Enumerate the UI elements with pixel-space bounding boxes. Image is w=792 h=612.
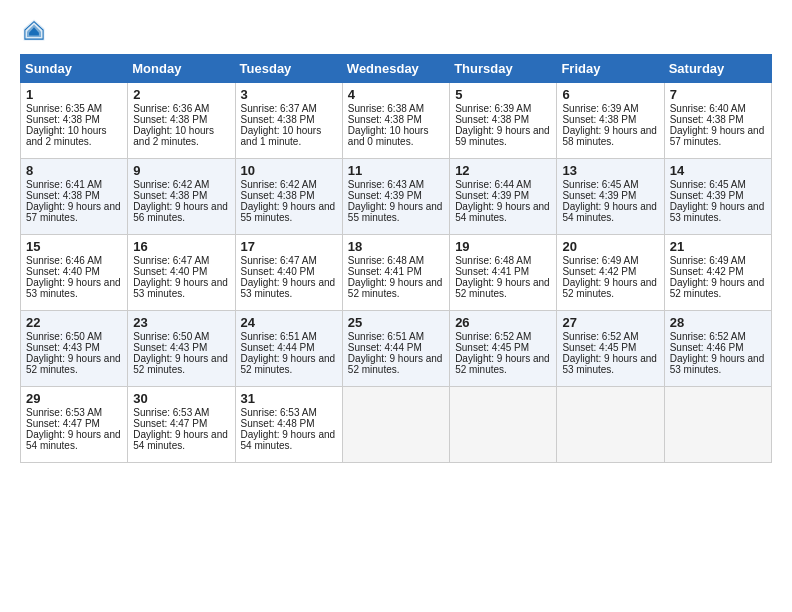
daylight: Daylight: 9 hours and 52 minutes. [348, 353, 443, 375]
daylight: Daylight: 9 hours and 54 minutes. [26, 429, 121, 451]
sunrise: Sunrise: 6:40 AM [670, 103, 746, 114]
sunset: Sunset: 4:45 PM [562, 342, 636, 353]
daylight: Daylight: 9 hours and 52 minutes. [455, 277, 550, 299]
sunset: Sunset: 4:38 PM [26, 190, 100, 201]
day-number: 1 [26, 87, 123, 102]
sunset: Sunset: 4:41 PM [455, 266, 529, 277]
day-number: 13 [562, 163, 659, 178]
sunrise: Sunrise: 6:44 AM [455, 179, 531, 190]
day-cell: 12Sunrise: 6:44 AMSunset: 4:39 PMDayligh… [450, 159, 557, 235]
daylight: Daylight: 9 hours and 52 minutes. [133, 353, 228, 375]
sunrise: Sunrise: 6:39 AM [455, 103, 531, 114]
day-cell: 21Sunrise: 6:49 AMSunset: 4:42 PMDayligh… [664, 235, 771, 311]
sunset: Sunset: 4:42 PM [670, 266, 744, 277]
week-row-2: 8Sunrise: 6:41 AMSunset: 4:38 PMDaylight… [21, 159, 772, 235]
daylight: Daylight: 9 hours and 54 minutes. [241, 429, 336, 451]
header-friday: Friday [557, 55, 664, 83]
sunrise: Sunrise: 6:36 AM [133, 103, 209, 114]
sunrise: Sunrise: 6:51 AM [348, 331, 424, 342]
day-number: 25 [348, 315, 445, 330]
day-cell: 10Sunrise: 6:42 AMSunset: 4:38 PMDayligh… [235, 159, 342, 235]
daylight: Daylight: 9 hours and 52 minutes. [670, 277, 765, 299]
day-cell: 27Sunrise: 6:52 AMSunset: 4:45 PMDayligh… [557, 311, 664, 387]
day-cell: 13Sunrise: 6:45 AMSunset: 4:39 PMDayligh… [557, 159, 664, 235]
day-cell: 3Sunrise: 6:37 AMSunset: 4:38 PMDaylight… [235, 83, 342, 159]
daylight: Daylight: 10 hours and 0 minutes. [348, 125, 429, 147]
day-cell: 19Sunrise: 6:48 AMSunset: 4:41 PMDayligh… [450, 235, 557, 311]
sunrise: Sunrise: 6:37 AM [241, 103, 317, 114]
day-number: 23 [133, 315, 230, 330]
day-cell: 16Sunrise: 6:47 AMSunset: 4:40 PMDayligh… [128, 235, 235, 311]
logo [20, 16, 52, 44]
day-cell: 18Sunrise: 6:48 AMSunset: 4:41 PMDayligh… [342, 235, 449, 311]
day-cell [450, 387, 557, 463]
day-number: 19 [455, 239, 552, 254]
day-cell: 15Sunrise: 6:46 AMSunset: 4:40 PMDayligh… [21, 235, 128, 311]
day-number: 18 [348, 239, 445, 254]
daylight: Daylight: 9 hours and 53 minutes. [241, 277, 336, 299]
day-cell: 31Sunrise: 6:53 AMSunset: 4:48 PMDayligh… [235, 387, 342, 463]
sunset: Sunset: 4:38 PM [133, 190, 207, 201]
day-cell: 6Sunrise: 6:39 AMSunset: 4:38 PMDaylight… [557, 83, 664, 159]
day-number: 17 [241, 239, 338, 254]
day-number: 28 [670, 315, 767, 330]
sunrise: Sunrise: 6:53 AM [241, 407, 317, 418]
header-row: SundayMondayTuesdayWednesdayThursdayFrid… [21, 55, 772, 83]
day-number: 27 [562, 315, 659, 330]
day-number: 22 [26, 315, 123, 330]
day-number: 29 [26, 391, 123, 406]
daylight: Daylight: 9 hours and 52 minutes. [455, 353, 550, 375]
week-row-4: 22Sunrise: 6:50 AMSunset: 4:43 PMDayligh… [21, 311, 772, 387]
page-header [20, 16, 772, 44]
daylight: Daylight: 9 hours and 55 minutes. [348, 201, 443, 223]
sunrise: Sunrise: 6:47 AM [241, 255, 317, 266]
day-number: 26 [455, 315, 552, 330]
daylight: Daylight: 9 hours and 54 minutes. [455, 201, 550, 223]
header-wednesday: Wednesday [342, 55, 449, 83]
sunset: Sunset: 4:40 PM [133, 266, 207, 277]
day-cell: 22Sunrise: 6:50 AMSunset: 4:43 PMDayligh… [21, 311, 128, 387]
sunset: Sunset: 4:38 PM [241, 114, 315, 125]
sunset: Sunset: 4:39 PM [670, 190, 744, 201]
day-number: 8 [26, 163, 123, 178]
sunrise: Sunrise: 6:42 AM [133, 179, 209, 190]
daylight: Daylight: 9 hours and 52 minutes. [562, 277, 657, 299]
sunset: Sunset: 4:44 PM [241, 342, 315, 353]
daylight: Daylight: 10 hours and 2 minutes. [133, 125, 214, 147]
header-sunday: Sunday [21, 55, 128, 83]
sunrise: Sunrise: 6:53 AM [26, 407, 102, 418]
sunrise: Sunrise: 6:48 AM [455, 255, 531, 266]
header-tuesday: Tuesday [235, 55, 342, 83]
daylight: Daylight: 9 hours and 52 minutes. [26, 353, 121, 375]
day-cell [664, 387, 771, 463]
sunset: Sunset: 4:38 PM [670, 114, 744, 125]
day-cell: 11Sunrise: 6:43 AMSunset: 4:39 PMDayligh… [342, 159, 449, 235]
day-cell: 9Sunrise: 6:42 AMSunset: 4:38 PMDaylight… [128, 159, 235, 235]
sunrise: Sunrise: 6:45 AM [562, 179, 638, 190]
daylight: Daylight: 9 hours and 57 minutes. [26, 201, 121, 223]
day-number: 14 [670, 163, 767, 178]
sunset: Sunset: 4:40 PM [26, 266, 100, 277]
logo-icon [20, 16, 48, 44]
sunset: Sunset: 4:38 PM [562, 114, 636, 125]
daylight: Daylight: 9 hours and 54 minutes. [562, 201, 657, 223]
daylight: Daylight: 9 hours and 52 minutes. [348, 277, 443, 299]
sunset: Sunset: 4:38 PM [26, 114, 100, 125]
sunrise: Sunrise: 6:45 AM [670, 179, 746, 190]
daylight: Daylight: 10 hours and 1 minute. [241, 125, 322, 147]
week-row-3: 15Sunrise: 6:46 AMSunset: 4:40 PMDayligh… [21, 235, 772, 311]
sunset: Sunset: 4:47 PM [133, 418, 207, 429]
day-cell: 20Sunrise: 6:49 AMSunset: 4:42 PMDayligh… [557, 235, 664, 311]
day-cell: 8Sunrise: 6:41 AMSunset: 4:38 PMDaylight… [21, 159, 128, 235]
day-number: 11 [348, 163, 445, 178]
day-number: 5 [455, 87, 552, 102]
daylight: Daylight: 9 hours and 53 minutes. [133, 277, 228, 299]
day-cell: 28Sunrise: 6:52 AMSunset: 4:46 PMDayligh… [664, 311, 771, 387]
sunrise: Sunrise: 6:50 AM [133, 331, 209, 342]
sunset: Sunset: 4:39 PM [455, 190, 529, 201]
header-monday: Monday [128, 55, 235, 83]
week-row-1: 1Sunrise: 6:35 AMSunset: 4:38 PMDaylight… [21, 83, 772, 159]
day-number: 7 [670, 87, 767, 102]
day-cell: 14Sunrise: 6:45 AMSunset: 4:39 PMDayligh… [664, 159, 771, 235]
sunrise: Sunrise: 6:41 AM [26, 179, 102, 190]
